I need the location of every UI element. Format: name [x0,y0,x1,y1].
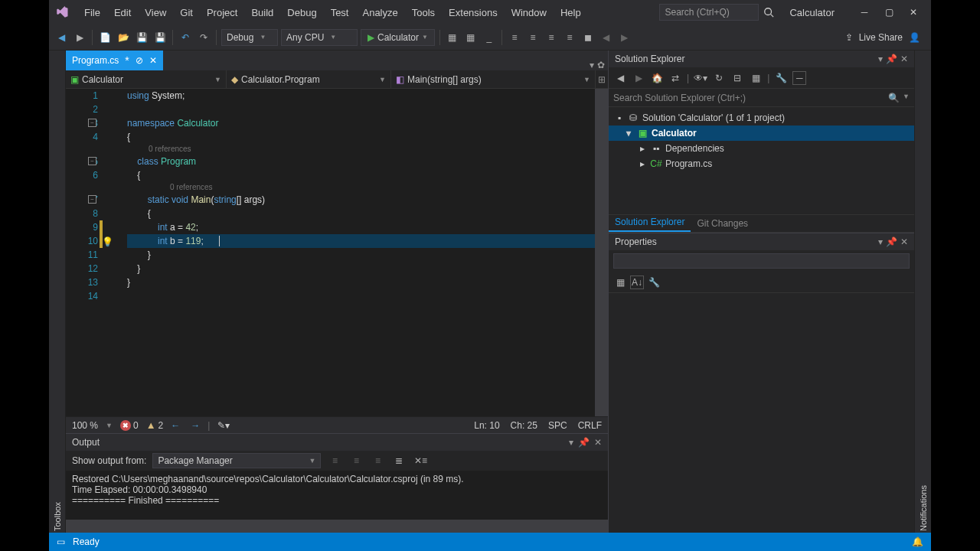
menu-project[interactable]: Project [201,4,243,21]
output-clear-icon[interactable]: ✕≡ [413,453,428,468]
maximize-button[interactable]: ▢ [877,4,900,21]
tab-git-changes[interactable]: Git Changes [691,215,754,232]
se-collapse-icon[interactable]: ⊟ [730,71,744,85]
se-search-input[interactable]: Search Solution Explorer (Ctrl+;) 🔍▼ [609,89,914,107]
brush-icon[interactable]: ✎▾ [217,420,230,431]
output-close-icon[interactable]: ✕ [594,437,602,448]
output-tb-icon[interactable]: ≡ [370,453,385,468]
menu-edit[interactable]: Edit [108,4,137,21]
panel-pin-icon[interactable]: 📌 [886,54,897,64]
tab-settings-icon[interactable]: ✿ [597,60,605,70]
split-editor-icon[interactable]: ⊞ [596,70,608,88]
fold-icon[interactable]: − [88,157,96,165]
platform-dropdown[interactable]: Any CPU▼ [281,29,358,46]
props-pages-icon[interactable]: 🔧 [647,276,661,289]
account-icon[interactable]: 👤 [909,32,920,43]
tab-pin-icon[interactable]: ⊘ [136,55,143,66]
se-sync-icon[interactable]: ⇄ [668,71,682,85]
warning-count[interactable]: ▲2 [146,419,164,431]
panel-pin-icon[interactable]: 📌 [886,236,897,247]
output-wrap-icon[interactable]: ≣ [391,453,407,468]
props-alpha-icon[interactable]: A↓ [630,276,644,289]
nav-fwd-icon[interactable]: ▶ [72,30,87,45]
menu-extensions[interactable]: Extensions [443,4,504,21]
menu-test[interactable]: Test [325,4,355,21]
tree-solution-node[interactable]: ▪ ⛁ Solution 'Calculator' (1 of 1 projec… [609,110,914,126]
config-dropdown[interactable]: Debug▼ [221,29,278,46]
menu-analyze[interactable]: Analyze [356,4,403,21]
indent-icon[interactable]: ≡ [507,30,522,45]
close-button[interactable]: ✕ [902,4,925,21]
tree-project-node[interactable]: ▾ ▣ Calculator [609,126,914,141]
menu-build[interactable]: Build [245,4,279,21]
se-refresh-icon[interactable]: ↻ [712,71,726,85]
code-editor[interactable]: 1 2 3− 4 5− 6 7− 8 9 10💡 11 12 [66,89,608,416]
code-lens[interactable]: 0 references [127,182,595,193]
fold-icon[interactable]: − [88,119,96,127]
tb-icon-3[interactable]: _ [482,30,497,45]
properties-object-dropdown[interactable] [613,253,910,269]
nav-class-dropdown[interactable]: ◆ Calculator.Program▼ [227,70,391,88]
se-view-icon[interactable]: 👁▾ [694,71,707,85]
bookmark-icon[interactable]: ◼ [580,30,596,45]
next-bookmark-icon[interactable]: ▶ [617,30,632,45]
menu-debug[interactable]: Debug [281,4,322,21]
se-preview-icon[interactable]: ─ [792,71,806,85]
nav-member-dropdown[interactable]: ◧ Main(string[] args)▼ [391,70,596,88]
output-text[interactable]: Restored C:\Users\meghaanand\source\repo… [66,471,608,520]
nav-next-icon[interactable]: → [191,420,200,431]
save-icon[interactable]: 💾 [134,30,149,45]
file-tab-program[interactable]: Program.cs* ⊘ ✕ [66,51,163,70]
panel-menu-icon[interactable]: ▾ [878,54,883,64]
collapse-icon[interactable]: ▾ [624,128,633,139]
nav-project-dropdown[interactable]: ▣ Calculator▼ [66,70,227,88]
nav-prev-icon[interactable]: ← [171,420,180,431]
expand-icon[interactable]: ▸ [638,158,647,169]
tab-solution-explorer[interactable]: Solution Explorer [609,214,691,232]
outdent-icon[interactable]: ≡ [525,30,541,45]
expand-icon[interactable]: ▪ [615,112,624,123]
output-hscrollbar[interactable] [66,520,608,533]
start-debug-button[interactable]: ▶ Calculator ▼ [361,29,435,46]
output-tb-icon[interactable]: ≡ [348,453,364,468]
menu-tools[interactable]: Tools [406,4,441,21]
menu-window[interactable]: Window [505,4,553,21]
notifications-rail[interactable]: Notifications [914,51,931,533]
output-source-dropdown[interactable]: Package Manager▼ [152,453,321,468]
menu-file[interactable]: File [78,4,106,21]
panel-close-icon[interactable]: ✕ [900,54,908,64]
menu-view[interactable]: View [139,4,172,21]
zoom-level[interactable]: 100 % [72,420,98,431]
toolbox-rail[interactable]: Toolbox [49,51,66,533]
save-all-icon[interactable]: 💾 [152,30,168,45]
se-showall-icon[interactable]: ▦ [749,71,763,85]
tab-close-icon[interactable]: ✕ [149,55,157,66]
tree-dependencies-node[interactable]: ▸ ▪▪ Dependencies [609,141,914,156]
menu-git[interactable]: Git [174,4,199,21]
error-count[interactable]: ✖0 [120,420,139,431]
output-pin-icon[interactable]: 📌 [578,437,590,448]
liveshare-icon[interactable]: ⇪ [845,32,853,43]
output-tb-icon[interactable]: ≡ [327,453,342,468]
tb-icon-2[interactable]: ▦ [463,30,479,45]
se-home-icon[interactable]: 🏠 [650,71,664,85]
prev-bookmark-icon[interactable]: ◀ [599,30,614,45]
line-ending[interactable]: CRLF [578,420,602,431]
editor-vscrollbar[interactable] [595,89,608,416]
undo-icon[interactable]: ↶ [178,30,193,45]
menu-help[interactable]: Help [554,4,587,21]
fold-icon[interactable]: − [88,195,96,204]
se-back-icon[interactable]: ◀ [613,71,627,85]
se-fwd-icon[interactable]: ▶ [632,71,645,85]
liveshare-label[interactable]: Live Share [859,32,903,43]
nav-back-icon[interactable]: ◀ [54,30,69,45]
tree-file-node[interactable]: ▸ C# Program.cs [609,156,914,171]
panel-close-icon[interactable]: ✕ [900,236,908,247]
code-lens[interactable]: 0 references [127,144,595,155]
props-categorized-icon[interactable]: ▦ [613,276,627,289]
panel-menu-icon[interactable]: ▾ [878,236,883,247]
open-icon[interactable]: 📂 [116,30,131,45]
output-dropdown-icon[interactable]: ▾ [569,437,573,448]
tab-overflow-icon[interactable]: ▾ [590,60,594,70]
new-project-icon[interactable]: 📄 [97,30,113,45]
